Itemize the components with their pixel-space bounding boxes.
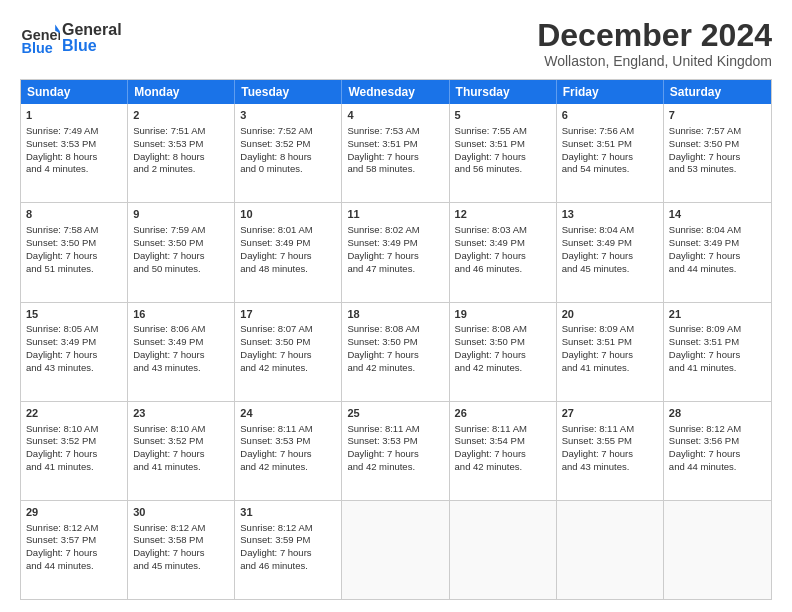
day-info: Daylight: 7 hours xyxy=(133,250,229,263)
day-number: 2 xyxy=(133,108,229,123)
day-number: 18 xyxy=(347,307,443,322)
day-info: Daylight: 7 hours xyxy=(669,349,766,362)
day-info: Sunset: 3:49 PM xyxy=(669,237,766,250)
calendar-body: 1Sunrise: 7:49 AMSunset: 3:53 PMDaylight… xyxy=(21,104,771,599)
day-info: Daylight: 8 hours xyxy=(133,151,229,164)
day-info: Sunset: 3:51 PM xyxy=(669,336,766,349)
day-info: Sunrise: 8:11 AM xyxy=(455,423,551,436)
day-info: Daylight: 7 hours xyxy=(562,151,658,164)
calendar-cell xyxy=(557,501,664,599)
day-info: Sunset: 3:50 PM xyxy=(133,237,229,250)
day-info: Daylight: 7 hours xyxy=(455,349,551,362)
day-info: Sunset: 3:52 PM xyxy=(240,138,336,151)
location: Wollaston, England, United Kingdom xyxy=(537,53,772,69)
title-section: December 2024 Wollaston, England, United… xyxy=(537,18,772,69)
day-number: 24 xyxy=(240,406,336,421)
day-info: Sunrise: 8:04 AM xyxy=(562,224,658,237)
day-number: 21 xyxy=(669,307,766,322)
calendar-cell: 20Sunrise: 8:09 AMSunset: 3:51 PMDayligh… xyxy=(557,303,664,401)
day-info: and 44 minutes. xyxy=(669,263,766,276)
day-info: Daylight: 7 hours xyxy=(133,547,229,560)
day-info: Sunrise: 7:55 AM xyxy=(455,125,551,138)
calendar-cell xyxy=(664,501,771,599)
calendar-cell: 9Sunrise: 7:59 AMSunset: 3:50 PMDaylight… xyxy=(128,203,235,301)
logo-name: General Blue xyxy=(62,22,122,54)
day-number: 26 xyxy=(455,406,551,421)
day-info: Daylight: 7 hours xyxy=(133,448,229,461)
day-info: Sunrise: 8:09 AM xyxy=(669,323,766,336)
day-info: Sunset: 3:55 PM xyxy=(562,435,658,448)
calendar-cell: 16Sunrise: 8:06 AMSunset: 3:49 PMDayligh… xyxy=(128,303,235,401)
calendar-cell: 8Sunrise: 7:58 AMSunset: 3:50 PMDaylight… xyxy=(21,203,128,301)
day-info: and 4 minutes. xyxy=(26,163,122,176)
day-number: 11 xyxy=(347,207,443,222)
day-info: Sunset: 3:49 PM xyxy=(562,237,658,250)
day-number: 15 xyxy=(26,307,122,322)
day-info: Sunrise: 8:04 AM xyxy=(669,224,766,237)
day-info: Daylight: 7 hours xyxy=(240,448,336,461)
day-info: Daylight: 7 hours xyxy=(455,151,551,164)
day-info: Sunrise: 8:02 AM xyxy=(347,224,443,237)
day-info: Sunset: 3:50 PM xyxy=(26,237,122,250)
day-info: and 43 minutes. xyxy=(562,461,658,474)
calendar-cell: 31Sunrise: 8:12 AMSunset: 3:59 PMDayligh… xyxy=(235,501,342,599)
calendar-cell xyxy=(342,501,449,599)
day-info: Daylight: 7 hours xyxy=(240,250,336,263)
calendar-week-2: 8Sunrise: 7:58 AMSunset: 3:50 PMDaylight… xyxy=(21,203,771,302)
day-info: Sunset: 3:49 PM xyxy=(240,237,336,250)
day-number: 17 xyxy=(240,307,336,322)
day-info: Sunset: 3:50 PM xyxy=(669,138,766,151)
calendar-header-thursday: Thursday xyxy=(450,80,557,104)
day-number: 29 xyxy=(26,505,122,520)
day-info: Sunrise: 8:08 AM xyxy=(347,323,443,336)
day-info: Sunset: 3:52 PM xyxy=(133,435,229,448)
day-info: and 56 minutes. xyxy=(455,163,551,176)
day-info: Sunset: 3:51 PM xyxy=(347,138,443,151)
day-info: Sunrise: 8:01 AM xyxy=(240,224,336,237)
day-number: 22 xyxy=(26,406,122,421)
calendar-cell: 23Sunrise: 8:10 AMSunset: 3:52 PMDayligh… xyxy=(128,402,235,500)
day-info: Sunrise: 8:11 AM xyxy=(562,423,658,436)
day-info: Sunrise: 8:12 AM xyxy=(26,522,122,535)
calendar-cell: 18Sunrise: 8:08 AMSunset: 3:50 PMDayligh… xyxy=(342,303,449,401)
day-info: Daylight: 7 hours xyxy=(669,250,766,263)
calendar-cell: 17Sunrise: 8:07 AMSunset: 3:50 PMDayligh… xyxy=(235,303,342,401)
day-number: 8 xyxy=(26,207,122,222)
day-info: and 46 minutes. xyxy=(240,560,336,573)
day-info: Sunrise: 7:52 AM xyxy=(240,125,336,138)
day-info: Daylight: 7 hours xyxy=(26,547,122,560)
day-number: 27 xyxy=(562,406,658,421)
day-number: 10 xyxy=(240,207,336,222)
day-number: 19 xyxy=(455,307,551,322)
day-info: Sunrise: 7:57 AM xyxy=(669,125,766,138)
calendar-header: SundayMondayTuesdayWednesdayThursdayFrid… xyxy=(21,80,771,104)
day-info: and 41 minutes. xyxy=(669,362,766,375)
day-info: Sunrise: 8:12 AM xyxy=(669,423,766,436)
day-number: 30 xyxy=(133,505,229,520)
day-info: and 42 minutes. xyxy=(347,461,443,474)
calendar-week-5: 29Sunrise: 8:12 AMSunset: 3:57 PMDayligh… xyxy=(21,501,771,599)
calendar-week-1: 1Sunrise: 7:49 AMSunset: 3:53 PMDaylight… xyxy=(21,104,771,203)
calendar: SundayMondayTuesdayWednesdayThursdayFrid… xyxy=(20,79,772,600)
day-info: Daylight: 8 hours xyxy=(26,151,122,164)
calendar-cell: 29Sunrise: 8:12 AMSunset: 3:57 PMDayligh… xyxy=(21,501,128,599)
day-info: Sunrise: 7:56 AM xyxy=(562,125,658,138)
day-info: Sunrise: 7:49 AM xyxy=(26,125,122,138)
day-info: Sunset: 3:54 PM xyxy=(455,435,551,448)
day-number: 20 xyxy=(562,307,658,322)
day-info: and 42 minutes. xyxy=(455,461,551,474)
day-info: Sunset: 3:53 PM xyxy=(26,138,122,151)
day-info: Daylight: 7 hours xyxy=(669,151,766,164)
calendar-cell: 26Sunrise: 8:11 AMSunset: 3:54 PMDayligh… xyxy=(450,402,557,500)
calendar-cell: 25Sunrise: 8:11 AMSunset: 3:53 PMDayligh… xyxy=(342,402,449,500)
calendar-header-tuesday: Tuesday xyxy=(235,80,342,104)
day-info: and 47 minutes. xyxy=(347,263,443,276)
day-info: Sunrise: 8:09 AM xyxy=(562,323,658,336)
day-info: Sunset: 3:53 PM xyxy=(133,138,229,151)
day-info: Sunset: 3:59 PM xyxy=(240,534,336,547)
calendar-header-wednesday: Wednesday xyxy=(342,80,449,104)
day-info: and 43 minutes. xyxy=(26,362,122,375)
month-title: December 2024 xyxy=(537,18,772,53)
day-info: and 41 minutes. xyxy=(562,362,658,375)
day-info: Sunrise: 8:11 AM xyxy=(240,423,336,436)
